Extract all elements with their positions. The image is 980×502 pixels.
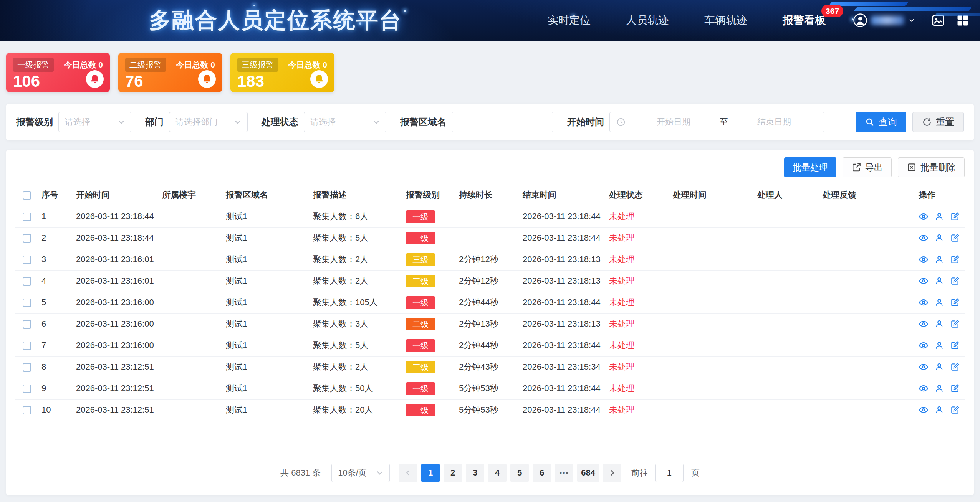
locate-person-icon[interactable]	[934, 319, 944, 329]
cell-process-time	[670, 227, 754, 249]
row-checkbox[interactable]	[23, 213, 31, 221]
view-icon[interactable]	[919, 254, 929, 264]
view-icon[interactable]	[919, 362, 929, 372]
cell-end-time: 2026-03-11 23:18:13	[520, 270, 606, 292]
search-button[interactable]: 查询	[856, 112, 906, 132]
locate-person-icon[interactable]	[934, 405, 944, 415]
area-name-input[interactable]	[452, 112, 553, 132]
edit-icon[interactable]	[950, 276, 960, 286]
alarm-table: 序号开始时间所属楼宇报警区域名报警描述报警级别持续时长结束时间处理状态处理时间处…	[15, 184, 965, 421]
cell-building	[159, 313, 223, 335]
edit-icon[interactable]	[950, 340, 960, 350]
page-button[interactable]: 6	[533, 464, 551, 482]
locate-person-icon[interactable]	[934, 276, 944, 286]
table-row: 52026-03-11 23:16:00测试1聚集人数：105人一级2分钟44秒…	[15, 292, 965, 313]
nav-item-person-track[interactable]: 人员轨迹	[626, 13, 669, 28]
locate-person-icon[interactable]	[934, 211, 944, 221]
view-icon[interactable]	[919, 211, 929, 221]
page-button[interactable]: 2	[444, 464, 462, 482]
prev-page-button[interactable]	[399, 464, 417, 482]
row-checkbox[interactable]	[23, 406, 31, 414]
cell-start-time: 2026-03-11 23:18:44	[73, 206, 159, 227]
batch-process-button[interactable]: 批量处理	[784, 157, 836, 177]
page-button[interactable]: 4	[488, 464, 507, 482]
page-button[interactable]: 5	[510, 464, 529, 482]
row-checkbox[interactable]	[23, 299, 31, 307]
cell-status: 未处理	[609, 383, 634, 393]
row-checkbox[interactable]	[23, 385, 31, 393]
batch-process-label: 批量处理	[793, 162, 828, 173]
view-icon[interactable]	[919, 297, 929, 307]
edit-icon[interactable]	[950, 297, 960, 307]
cell-process-time	[670, 292, 754, 313]
chevron-down-icon	[116, 117, 126, 127]
department-select[interactable]: 请选择部门	[169, 112, 248, 132]
page-size-select[interactable]: 10条/页	[331, 464, 390, 482]
cell-building	[159, 270, 223, 292]
row-checkbox[interactable]	[23, 342, 31, 350]
view-icon[interactable]	[919, 319, 929, 329]
nav-item-realtime-location[interactable]: 实时定位	[548, 13, 591, 28]
page-button[interactable]: 3	[466, 464, 484, 482]
date-separator: 至	[717, 116, 730, 128]
reset-button[interactable]: 重置	[912, 112, 964, 132]
page-button[interactable]: 1	[421, 464, 440, 482]
row-checkbox[interactable]	[23, 234, 31, 243]
edit-icon[interactable]	[950, 362, 960, 372]
cell-processor	[754, 356, 819, 378]
table-column-header: 报警描述	[310, 184, 403, 206]
next-page-button[interactable]	[603, 464, 621, 482]
nav-item-vehicle-track[interactable]: 车辆轨迹	[704, 13, 747, 28]
pager-ellipsis[interactable]: •••	[555, 464, 573, 482]
locate-person-icon[interactable]	[934, 362, 944, 372]
table-row: 102026-03-11 23:12:51测试1聚集人数：20人一级5分钟53秒…	[15, 399, 965, 421]
export-button[interactable]: 导出	[843, 157, 892, 177]
row-checkbox[interactable]	[23, 277, 31, 286]
row-checkbox[interactable]	[23, 256, 31, 264]
table-row: 12026-03-11 23:18:44测试1聚集人数：6人一级2026-03-…	[15, 206, 965, 227]
view-icon[interactable]	[919, 383, 929, 393]
edit-icon[interactable]	[950, 254, 960, 264]
cell-area-name: 测试1	[223, 227, 310, 249]
cell-building	[159, 356, 223, 378]
table-column-header: 处理时间	[670, 184, 754, 206]
edit-icon[interactable]	[950, 383, 960, 393]
user-menu[interactable]	[853, 13, 915, 27]
table-row: 62026-03-11 23:16:00测试1聚集人数：3人二级2分钟13秒20…	[15, 313, 965, 335]
edit-icon[interactable]	[950, 405, 960, 415]
locate-person-icon[interactable]	[934, 340, 944, 350]
locate-person-icon[interactable]	[934, 383, 944, 393]
cell-building	[159, 399, 223, 421]
edit-icon[interactable]	[950, 211, 960, 221]
cell-start-time: 2026-03-11 23:16:01	[73, 270, 159, 292]
table-column-header: 报警级别	[403, 184, 456, 206]
last-page-button[interactable]: 684	[577, 464, 599, 482]
chevron-down-icon	[375, 468, 385, 478]
cell-building	[159, 378, 223, 399]
nav-item-alarm-board[interactable]: 报警看板 367	[783, 13, 826, 28]
date-range-picker[interactable]: 开始日期 至 结束日期	[609, 112, 824, 132]
card-level-label: 二级报警	[125, 58, 166, 72]
row-checkbox[interactable]	[23, 320, 31, 329]
app-title: 多融合人员定位系统平台	[149, 6, 402, 35]
locate-person-icon[interactable]	[934, 297, 944, 307]
view-icon[interactable]	[919, 405, 929, 415]
edit-icon[interactable]	[950, 233, 960, 243]
batch-delete-button[interactable]: 批量删除	[898, 157, 965, 177]
locate-person-icon[interactable]	[934, 254, 944, 264]
row-checkbox[interactable]	[23, 363, 31, 372]
goto-page-input[interactable]	[655, 464, 684, 482]
cell-end-time: 2026-03-11 23:18:13	[520, 313, 606, 335]
view-icon[interactable]	[919, 276, 929, 286]
edit-icon[interactable]	[950, 319, 960, 329]
card-today-count: 今日总数 0	[176, 59, 215, 70]
process-status-select[interactable]: 请选择	[304, 112, 386, 132]
alarm-level-badge: 一级	[406, 339, 435, 352]
cell-building	[159, 249, 223, 270]
select-all-checkbox[interactable]	[23, 191, 31, 200]
alarm-level-select[interactable]: 请选择	[58, 112, 131, 132]
locate-person-icon[interactable]	[934, 233, 944, 243]
cell-description: 聚集人数：5人	[310, 227, 403, 249]
view-icon[interactable]	[919, 233, 929, 243]
view-icon[interactable]	[919, 340, 929, 350]
